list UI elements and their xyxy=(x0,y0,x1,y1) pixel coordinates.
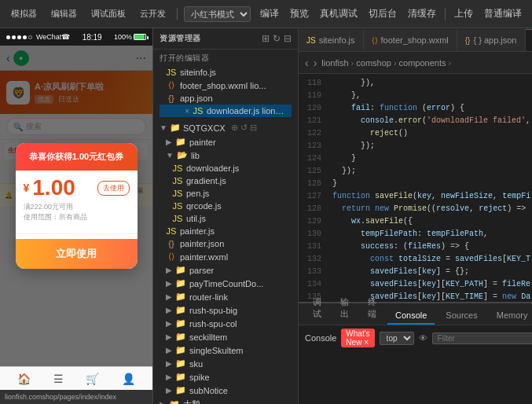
sqtgxcx-root[interactable]: ▼ 📁 SQTGXCX ⊕ ↺ ⊟ xyxy=(153,120,298,135)
signal-dot-3 xyxy=(17,35,21,39)
folder-subnotice[interactable]: ▶ 📁 subNotice xyxy=(153,384,298,397)
real-debug-btn[interactable]: 真机调试 xyxy=(316,6,361,22)
single-sku-chevron: ▶ xyxy=(166,346,172,354)
line-num-126: 126 xyxy=(299,178,326,190)
open-file-appjson[interactable]: {} app.json xyxy=(160,92,292,105)
downloader-name: downloader.js xyxy=(186,163,239,173)
folder-spike[interactable]: ▶ 📁 spike xyxy=(153,370,298,384)
red-packet-card: 恭喜你获得1.00元红包券 ¥ 1.00 去使用 满222.00元可用 使用范围… xyxy=(16,143,138,268)
open-file-close[interactable]: × xyxy=(185,107,189,116)
console-context-select[interactable]: top xyxy=(380,332,414,345)
tab-footer-label: footer_shop.wxml xyxy=(381,35,449,45)
open-file-siteinfo[interactable]: JS siteinfo.js xyxy=(160,66,292,79)
parser-chevron: ▶ xyxy=(166,266,172,274)
whats-new-badge[interactable]: What's New × xyxy=(341,329,374,347)
folder-seckill[interactable]: ▶ 📁 seckilltem xyxy=(153,330,298,343)
painter-folder-icon: 📁 xyxy=(175,137,186,147)
upload-btn[interactable]: 上传 xyxy=(450,6,477,22)
battery-fill xyxy=(134,35,145,39)
folder-router-link[interactable]: ▶ 📁 router-link xyxy=(153,290,298,303)
clear-cache-btn[interactable]: 清缓存 xyxy=(404,6,440,22)
editor-path-sep-1: › xyxy=(351,58,354,68)
line-num-120: 120 xyxy=(299,102,326,115)
tab-output[interactable]: 输出 xyxy=(332,293,357,325)
tab-sources[interactable]: Sources xyxy=(438,307,485,325)
code-line-129: return new Promise((resolve, reject) => xyxy=(332,203,526,215)
file-painter-json[interactable]: {} painter.json xyxy=(153,237,298,250)
new-file-icon[interactable]: ⊞ xyxy=(262,33,270,44)
home-icon[interactable]: 🏠 xyxy=(17,373,31,385)
tab-downloader[interactable]: JS downloader.js × xyxy=(526,29,533,51)
profile-icon[interactable]: 👤 xyxy=(122,373,135,385)
folder-lib[interactable]: ▼ 📂 lib xyxy=(153,149,298,162)
editor-path-sep-2: › xyxy=(394,58,397,68)
editor-btn[interactable]: 编辑器 xyxy=(46,6,82,21)
collapse-icon[interactable]: ⊟ xyxy=(284,33,292,44)
open-file-name-4: downloader.js lionfis... xyxy=(207,106,285,116)
folder-parser[interactable]: ▶ 📁 parser xyxy=(153,263,298,277)
file-icon-xml: ⟨⟩ xyxy=(166,80,177,90)
file-pen-js[interactable]: JS pen.js xyxy=(153,187,298,200)
file-qrcode-js[interactable]: JS qrcode.js xyxy=(153,200,298,212)
tab-appjson[interactable]: {} { } app.json xyxy=(457,29,526,51)
cloud-btn[interactable]: 云开发 xyxy=(135,6,171,21)
console-toolbar: Console What's New × top 👁 xyxy=(305,329,526,347)
code-content[interactable]: }), }, fail: function (error) { console.… xyxy=(326,74,532,302)
folder-daE[interactable]: ▶ 📁 大鹅 xyxy=(153,397,298,404)
open-editors-label[interactable]: 打开的编辑器 xyxy=(160,53,292,64)
tab-siteinfo[interactable]: JS siteinfo.js xyxy=(299,29,364,51)
cart-icon[interactable]: 🛒 xyxy=(86,373,99,385)
tab-console[interactable]: Console xyxy=(387,307,435,325)
folder-painter[interactable]: ▶ 📁 painter xyxy=(153,135,298,149)
folder-rush-big[interactable]: ▶ 📁 rush-spu-big xyxy=(153,303,298,317)
file-painter-js[interactable]: JS painter.js xyxy=(153,225,298,237)
editor-path-sep-3: › xyxy=(449,58,452,68)
console-eye-icon[interactable]: 👁 xyxy=(419,333,427,343)
console-filter-input[interactable] xyxy=(432,332,532,344)
folder-rush-big-name: rush-spu-big xyxy=(189,306,237,315)
save-btn[interactable]: 普通编译 xyxy=(480,6,526,22)
rp-title: 恭喜你获得1.00元红包券 xyxy=(24,151,130,163)
explorer-header-icons: ⊞ ↻ ⊟ xyxy=(262,33,292,44)
root-name: SQTGXCX xyxy=(183,123,226,133)
simulate-btn[interactable]: 模拟器 xyxy=(6,6,42,21)
tab-terminal[interactable]: 终端 xyxy=(360,293,384,325)
pen-icon: JS xyxy=(172,189,183,198)
category-icon[interactable]: ☰ xyxy=(53,373,64,385)
code-line-132: success: (fileRes) => { xyxy=(332,241,526,253)
folder-rush-col[interactable]: ▶ 📁 rush-spu-col xyxy=(153,317,298,330)
single-sku-icon: 📁 xyxy=(175,345,186,355)
rp-use-btn[interactable]: 去使用 xyxy=(97,181,130,196)
folder-sku[interactable]: ▶ 📁 sku xyxy=(153,357,298,370)
file-painter-wxml[interactable]: ⟨⟩ painter.wxml xyxy=(153,250,298,263)
refresh-icon[interactable]: ↻ xyxy=(273,33,281,44)
editor-back-btn[interactable]: ‹ xyxy=(305,57,309,69)
preview-btn[interactable]: 预览 xyxy=(286,6,313,22)
line-num-129: 129 xyxy=(299,215,326,228)
line-num-119: 119 xyxy=(299,90,326,102)
open-file-footer[interactable]: ⟨⟩ footer_shop.wxml lio... xyxy=(160,79,292,92)
sku-chevron: ▶ xyxy=(166,359,172,368)
line-numbers: 118 119 120 121 122 123 124 125 126 127 … xyxy=(299,74,326,302)
open-file-downloader[interactable]: × JS downloader.js lionfis... xyxy=(160,105,292,117)
code-line-126: } xyxy=(332,178,526,190)
editor-forward-btn[interactable]: › xyxy=(314,57,317,69)
folder-paytime[interactable]: ▶ 📁 payTimeCountDo... xyxy=(153,277,298,290)
file-gradient-js[interactable]: JS gradient.js xyxy=(153,174,298,187)
compile-btn[interactable]: 编译 xyxy=(256,6,283,22)
paytime-chevron: ▶ xyxy=(166,279,172,288)
file-icon-js: JS xyxy=(166,68,177,77)
file-downloader-js[interactable]: JS downloader.js xyxy=(153,162,298,174)
tab-footer-wxml[interactable]: ⟨⟩ footer_shop.wxml xyxy=(364,29,457,51)
file-util-js[interactable]: JS util.js xyxy=(153,212,298,225)
tab-debug[interactable]: 调试 xyxy=(305,293,329,325)
folder-single-sku[interactable]: ▶ 📁 singleSkultem xyxy=(153,343,298,357)
debug-btn[interactable]: 调试面板 xyxy=(86,6,130,21)
folder-lib-name: lib xyxy=(191,151,200,160)
code-line-135: savedFiles[key][KEY_PATH] = fileRe xyxy=(332,278,526,291)
line-num-123: 123 xyxy=(299,140,326,152)
rp-big-btn[interactable]: 立即使用 xyxy=(16,239,138,269)
preview-dropdown[interactable]: 小红书模式 xyxy=(184,6,251,22)
tab-memory[interactable]: Memory xyxy=(489,307,532,325)
switch-bg-btn[interactable]: 切后台 xyxy=(365,6,401,22)
